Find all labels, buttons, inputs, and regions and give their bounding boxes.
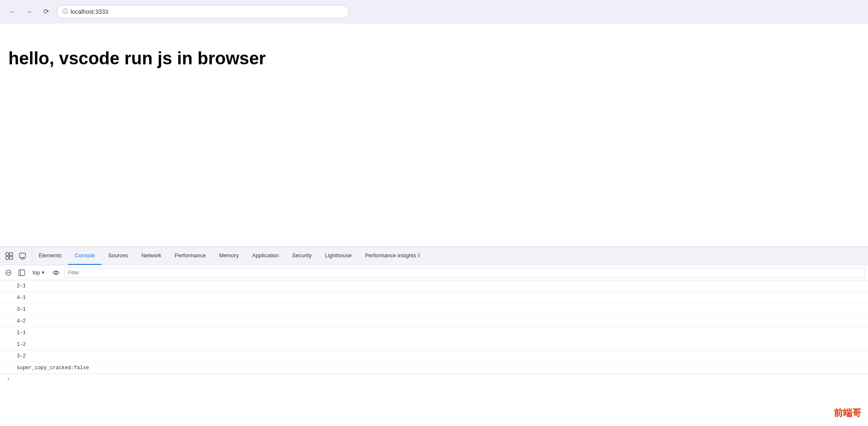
console-line: 3–1 [0,304,868,315]
inspect-element-button[interactable] [3,250,15,262]
tab-security[interactable]: Security [285,247,318,265]
watermark: 前端哥 [834,407,861,419]
svg-rect-3 [10,256,13,259]
console-line: 4–1 [0,292,868,304]
address-bar[interactable]: ⓘ localhost:3333 [57,5,349,18]
svg-rect-9 [19,270,25,276]
filter-input[interactable] [64,268,865,278]
info-icon: ⓘ [62,8,68,15]
svg-rect-5 [21,258,24,259]
browser-chrome: ← → ⟳ ⓘ localhost:3333 [0,0,868,23]
show-console-sidebar-button[interactable] [17,268,27,278]
back-button[interactable]: ← [7,6,18,18]
tab-memory[interactable]: Memory [213,247,246,265]
console-output: 2–1 4–1 3–1 4–2 1–1 1–2 3–2 super_copy_c… [0,280,868,384]
tab-elements[interactable]: Elements [32,247,68,265]
svg-rect-2 [6,256,9,259]
console-toolbar: top ▼ [0,265,868,280]
eye-button[interactable] [51,268,61,278]
console-line: 1–1 [0,327,868,339]
tab-sources[interactable]: Sources [102,247,135,265]
svg-rect-0 [6,253,9,256]
devtools-panel: Elements Console Sources Network Perform… [0,246,868,426]
svg-rect-1 [10,253,13,256]
toolbar-icons [0,247,32,265]
console-prompt[interactable]: › [0,374,868,384]
forward-button[interactable]: → [23,6,35,18]
svg-rect-4 [20,253,25,258]
tab-lighthouse[interactable]: Lighthouse [318,247,358,265]
console-line: 4–2 [0,315,868,327]
console-line: super_copy_cracked:false [0,362,868,374]
console-line: 1–2 [0,339,868,350]
tab-performance-insights[interactable]: Performance insights ⫴ [358,247,427,265]
tab-application[interactable]: Application [246,247,286,265]
url-text: localhost:3333 [71,8,108,15]
dropdown-arrow-icon: ▼ [41,270,45,275]
devtools-toolbar: Elements Console Sources Network Perform… [0,247,868,265]
context-selector[interactable]: top ▼ [30,269,48,276]
flask-icon: ⫴ [418,252,420,259]
context-label: top [33,269,40,276]
tab-network[interactable]: Network [135,247,168,265]
console-line: 3–2 [0,350,868,362]
page-heading: hello, vscode run js in browser [8,48,860,68]
clear-console-button[interactable] [3,268,13,278]
console-line: 2–1 [0,280,868,292]
svg-point-12 [55,271,57,274]
tab-performance[interactable]: Performance [168,247,212,265]
tab-console[interactable]: Console [68,247,102,265]
device-toolbar-button[interactable] [17,250,28,262]
page-content: hello, vscode run js in browser [0,23,868,246]
devtools-tabs: Elements Console Sources Network Perform… [32,247,868,265]
prompt-chevron-icon: › [7,376,10,382]
reload-button[interactable]: ⟳ [40,6,52,18]
